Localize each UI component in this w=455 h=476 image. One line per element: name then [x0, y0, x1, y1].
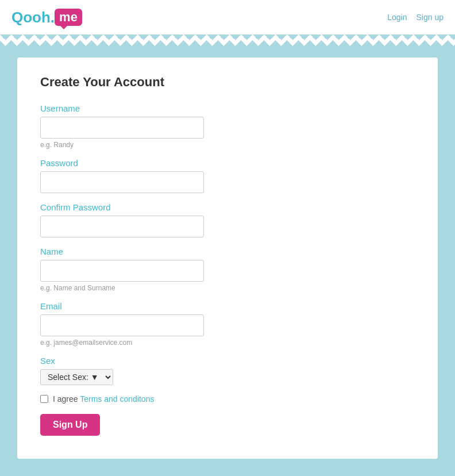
username-group: Username e.g. Randy [40, 103, 415, 149]
password-group: Password [40, 158, 415, 193]
username-hint: e.g. Randy [40, 141, 415, 149]
zigzag-pattern [0, 34, 455, 46]
signup-button[interactable]: Sign Up [40, 414, 100, 436]
zigzag-separator [0, 34, 455, 46]
sex-select[interactable]: Select Sex: ▼ Male Female Other [40, 369, 113, 385]
agree-text: I agree Terms and conditons [53, 394, 154, 404]
email-hint: e.g. james@emailservice.com [40, 339, 415, 347]
header: Qooh.me Login Sign up [0, 0, 455, 34]
agree-static-text: I agree [53, 394, 80, 404]
form-title: Create Your Account [40, 75, 415, 90]
sex-label: Sex [40, 356, 415, 366]
email-label: Email [40, 301, 415, 311]
logo: Qooh.me [11, 9, 82, 26]
header-nav: Login Sign up [387, 13, 444, 22]
confirm-password-label: Confirm Password [40, 202, 415, 212]
password-input[interactable] [40, 171, 204, 193]
username-input[interactable] [40, 117, 204, 139]
sex-group: Sex Select Sex: ▼ Male Female Other [40, 356, 415, 385]
confirm-password-input[interactable] [40, 216, 204, 237]
signup-link[interactable]: Sign up [417, 13, 444, 22]
name-hint: e.g. Name and Surname [40, 284, 415, 292]
agree-row: I agree Terms and conditons [40, 394, 415, 404]
name-group: Name e.g. Name and Surname [40, 247, 415, 292]
logo-me-text: me [55, 9, 82, 26]
confirm-password-group: Confirm Password [40, 202, 415, 237]
name-input[interactable] [40, 260, 204, 282]
login-link[interactable]: Login [387, 13, 407, 22]
logo-qooh-text: Qooh. [11, 9, 55, 26]
username-label: Username [40, 103, 415, 113]
main-content: Create Your Account Username e.g. Randy … [0, 46, 455, 476]
name-label: Name [40, 247, 415, 256]
password-label: Password [40, 158, 415, 168]
email-group: Email e.g. james@emailservice.com [40, 301, 415, 347]
email-input[interactable] [40, 314, 204, 336]
terms-link[interactable]: Terms and conditons [80, 394, 154, 404]
form-card: Create Your Account Username e.g. Randy … [17, 57, 438, 459]
agree-checkbox[interactable] [40, 395, 48, 403]
